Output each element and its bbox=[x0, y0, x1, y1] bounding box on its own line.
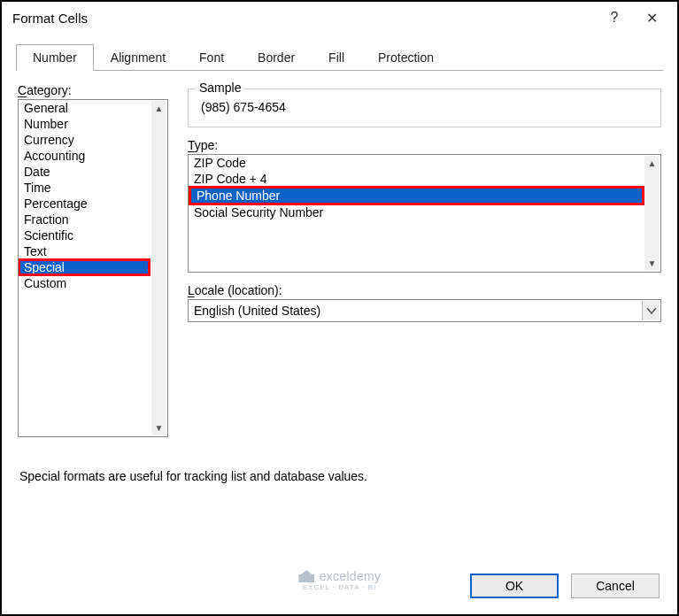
type-item-phone[interactable]: Phone Number bbox=[189, 186, 644, 205]
tab-fill[interactable]: Fill bbox=[312, 44, 361, 71]
sample-group: Sample (985) 675-4654 bbox=[188, 89, 661, 127]
svg-rect-0 bbox=[298, 574, 314, 582]
tab-number[interactable]: Number bbox=[16, 44, 94, 71]
category-item-accounting[interactable]: Accounting bbox=[19, 148, 167, 164]
category-label: Category: bbox=[18, 83, 172, 97]
dropdown-chevron-icon[interactable] bbox=[642, 301, 660, 320]
category-item-general[interactable]: General bbox=[19, 100, 167, 116]
cancel-button[interactable]: Cancel bbox=[571, 574, 660, 598]
ok-button[interactable]: OK bbox=[470, 574, 559, 598]
category-item-date[interactable]: Date bbox=[19, 164, 167, 180]
dialog-titlebar: Format Cells ? ✕ bbox=[2, 2, 677, 34]
type-scrollbar[interactable]: ▲ ▼ bbox=[644, 156, 660, 271]
tab-alignment[interactable]: Alignment bbox=[94, 44, 182, 71]
type-item-zip[interactable]: ZIP Code bbox=[189, 155, 660, 171]
tab-font[interactable]: Font bbox=[182, 44, 241, 71]
tab-border[interactable]: Border bbox=[241, 44, 312, 71]
category-item-time[interactable]: Time bbox=[19, 180, 167, 196]
locale-value: English (United States) bbox=[194, 304, 320, 318]
category-item-number[interactable]: Number bbox=[19, 116, 167, 132]
scroll-up-icon[interactable]: ▲ bbox=[151, 101, 166, 116]
locale-label: Locale (location): bbox=[188, 283, 661, 297]
tabs-bar: Number Alignment Font Border Fill Protec… bbox=[2, 34, 677, 71]
scroll-down-icon[interactable]: ▼ bbox=[151, 420, 166, 435]
sample-value: (985) 675-4654 bbox=[197, 95, 652, 114]
scroll-up-icon[interactable]: ▲ bbox=[644, 156, 660, 171]
locale-dropdown[interactable]: English (United States) bbox=[188, 299, 661, 322]
type-item-ssn[interactable]: Social Security Number bbox=[189, 204, 660, 220]
sample-label: Sample bbox=[196, 81, 244, 95]
category-item-currency[interactable]: Currency bbox=[19, 132, 167, 148]
category-item-custom[interactable]: Custom bbox=[19, 275, 167, 291]
type-label: Type: bbox=[188, 138, 661, 152]
category-item-percentage[interactable]: Percentage bbox=[19, 196, 167, 212]
category-item-special[interactable]: Special bbox=[19, 259, 150, 275]
description-text: Special formats are useful for tracking … bbox=[2, 437, 677, 483]
type-listbox[interactable]: ZIP Code ZIP Code + 4 Phone Number Socia… bbox=[188, 154, 661, 273]
category-item-text[interactable]: Text bbox=[19, 243, 167, 259]
type-item-zip4[interactable]: ZIP Code + 4 bbox=[189, 171, 660, 187]
category-scrollbar[interactable]: ▲ ▼ bbox=[151, 101, 166, 435]
category-item-fraction[interactable]: Fraction bbox=[19, 212, 167, 227]
category-listbox[interactable]: General Number Currency Accounting Date … bbox=[18, 99, 168, 437]
close-button[interactable]: ✕ bbox=[633, 4, 670, 31]
tab-protection[interactable]: Protection bbox=[361, 44, 451, 71]
watermark-icon bbox=[298, 570, 314, 582]
scroll-down-icon[interactable]: ▼ bbox=[644, 256, 660, 271]
category-item-scientific[interactable]: Scientific bbox=[19, 227, 167, 243]
dialog-title: Format Cells bbox=[12, 11, 596, 26]
watermark: exceldemy EXCEL · DATA · BI bbox=[298, 569, 382, 591]
help-button[interactable]: ? bbox=[596, 4, 633, 31]
dialog-footer: OK Cancel bbox=[470, 574, 660, 598]
